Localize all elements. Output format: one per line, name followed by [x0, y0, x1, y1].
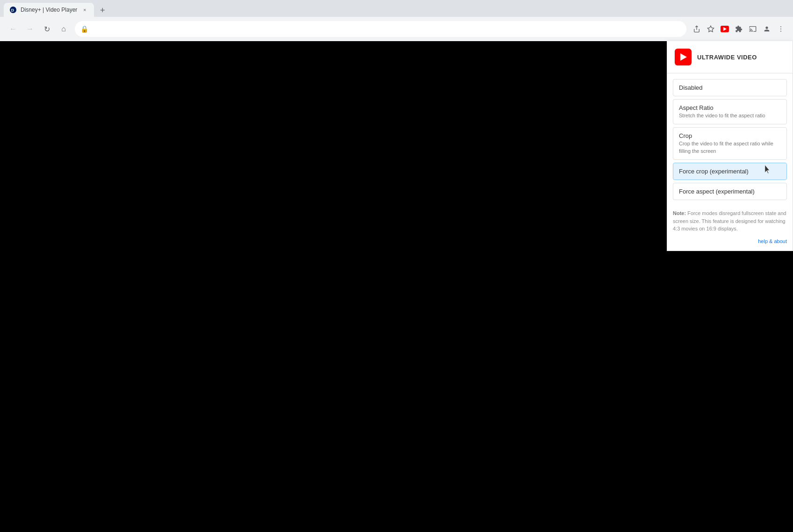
option-force-aspect-title: Force aspect (experimental)	[679, 188, 781, 195]
browser-toolbar: ← → ↻ ⌂ 🔒	[0, 17, 793, 41]
reload-button[interactable]: ↻	[39, 22, 54, 36]
home-button[interactable]: ⌂	[56, 22, 71, 36]
option-crop-desc: Crop the video to fit the aspect ratio w…	[679, 140, 781, 155]
option-crop-title: Crop	[679, 132, 781, 139]
new-tab-button[interactable]: +	[96, 4, 109, 17]
svg-marker-2	[707, 26, 714, 32]
extension-logo	[675, 49, 692, 65]
popup-note: Note: Force modes disregard fullscreen s…	[667, 206, 793, 235]
tab-bar: D Disney+ | Video Player × +	[0, 0, 793, 17]
lock-icon: 🔒	[80, 25, 88, 33]
bookmark-icon[interactable]	[704, 22, 717, 36]
browser-frame: D Disney+ | Video Player × + ← → ↻ ⌂ 🔒	[0, 0, 793, 41]
svg-point-5	[780, 31, 781, 32]
url-input[interactable]	[92, 25, 681, 33]
cast-icon[interactable]	[746, 22, 759, 36]
option-aspect-ratio[interactable]: Aspect Ratio Stretch the video to fit th…	[673, 99, 787, 124]
tab-close-button[interactable]: ×	[81, 6, 88, 14]
option-crop[interactable]: Crop Crop the video to fit the aspect ra…	[673, 127, 787, 160]
option-aspect-ratio-desc: Stretch the video to fit the aspect rati…	[679, 112, 781, 119]
active-tab[interactable]: D Disney+ | Video Player ×	[4, 3, 94, 17]
share-icon[interactable]	[690, 22, 703, 36]
video-content-area: ULTRAWIDE VIDEO Disabled Aspect Ratio St…	[0, 41, 793, 532]
back-button[interactable]: ←	[6, 22, 21, 36]
option-force-crop-title: Force crop (experimental)	[679, 168, 781, 175]
popup-footer: help & about	[667, 235, 793, 251]
tab-title: Disney+ | Video Player	[21, 7, 77, 13]
option-force-crop[interactable]: Force crop (experimental)	[673, 163, 787, 180]
address-bar[interactable]: 🔒	[75, 21, 686, 37]
popup-title: ULTRAWIDE VIDEO	[697, 54, 757, 61]
profile-icon[interactable]	[760, 22, 773, 36]
ultrawide-video-popup: ULTRAWIDE VIDEO Disabled Aspect Ratio St…	[667, 41, 793, 251]
youtube-extension-icon[interactable]	[718, 22, 731, 36]
tab-favicon: D	[9, 6, 17, 14]
option-disabled-title: Disabled	[679, 84, 781, 91]
options-list: Disabled Aspect Ratio Stretch the video …	[667, 73, 793, 206]
play-icon	[680, 53, 687, 61]
option-disabled[interactable]: Disabled	[673, 79, 787, 96]
menu-icon[interactable]	[774, 22, 787, 36]
option-force-aspect[interactable]: Force aspect (experimental)	[673, 183, 787, 200]
svg-text:D: D	[11, 8, 14, 13]
forward-button[interactable]: →	[22, 22, 37, 36]
note-label: Note:	[673, 210, 686, 216]
help-about-link[interactable]: help & about	[758, 238, 787, 244]
popup-header: ULTRAWIDE VIDEO	[667, 41, 793, 73]
extensions-icon[interactable]	[732, 22, 745, 36]
svg-point-3	[780, 26, 781, 27]
svg-point-4	[780, 29, 781, 29]
option-aspect-ratio-title: Aspect Ratio	[679, 104, 781, 111]
toolbar-right	[690, 22, 787, 36]
note-text: Force modes disregard fullscreen state a…	[673, 210, 786, 231]
